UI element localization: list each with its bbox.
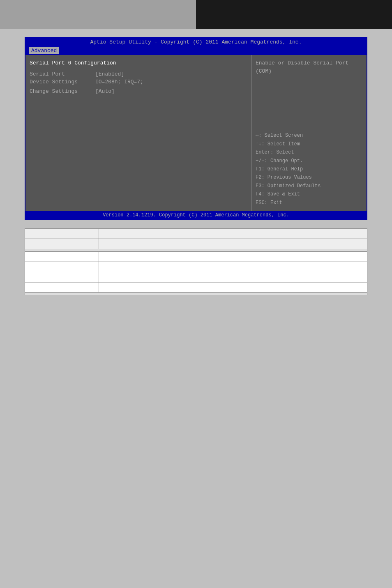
table-row [25,293,367,295]
header-left [0,0,196,29]
key-f4: F4: Save & Exit [256,190,362,198]
bios-label-device-settings: Device Settings [30,79,95,85]
bios-left-panel: Serial Port 6 Configuration Serial Port … [25,55,251,211]
table-row [25,272,367,283]
key-enter: Enter: Select [256,148,362,156]
table-cell [99,229,181,239]
bios-key-legend: ↔: Select Screen ↑↓: Select Item Enter: … [256,131,362,207]
bios-row-device-settings: Device Settings IO=208h; IRQ=7; [30,79,247,85]
table-row [25,229,367,239]
bios-menu-bar[interactable]: Advanced [25,46,367,55]
info-table [25,228,367,295]
key-esc: ESC: Exit [256,199,362,207]
table-cell [99,252,181,262]
table-cell [181,239,367,249]
table-cell [25,283,99,293]
table-cell [99,262,181,272]
bios-right-panel: Enable or Disable Serial Port(COM) ↔: Se… [251,55,367,211]
table-spacer [25,293,367,295]
table-cell [181,252,367,262]
table-cell [25,272,99,283]
bios-title: Aptio Setup Utility - Copyright (C) 2011… [90,39,302,45]
key-change-opt: +/-: Change Opt. [256,157,362,165]
table-cell [99,272,181,283]
bios-title-bar: Aptio Setup Utility - Copyright (C) 2011… [25,38,367,46]
key-f1: F1: General Help [256,165,362,173]
bios-footer: Version 2.14.1219. Copyright (C) 2011 Am… [25,211,367,219]
key-f3: F3: Optimized Defaults [256,182,362,190]
key-f2: F2: Previous Values [256,173,362,181]
bios-section-title: Serial Port 6 Configuration [30,60,247,66]
table-cell [181,262,367,272]
table-cell [181,229,367,239]
top-header [0,0,392,29]
table-cell [25,239,99,249]
bios-screen: Aptio Setup Utility - Copyright (C) 2011… [25,37,367,220]
table-cell [25,262,99,272]
bios-label-serial-port: Serial Port [30,71,95,77]
table-row [25,283,367,293]
key-select-item: ↑↓: Select Item [256,140,362,148]
bios-divider [256,127,362,127]
header-right [196,0,392,29]
bios-row-serial-port[interactable]: Serial Port [Enabled] [30,71,247,77]
bios-footer-text: Version 2.14.1219. Copyright (C) 2011 Am… [103,212,289,218]
table-cell [99,283,181,293]
table-cell [181,272,367,283]
bios-value-change-settings: [Auto] [95,88,115,94]
key-select-screen: ↔: Select Screen [256,131,362,140]
table-row [25,239,367,249]
info-table-container [25,228,367,295]
bios-content: Serial Port 6 Configuration Serial Port … [25,55,367,211]
page-footer [25,569,367,572]
table-cell [99,239,181,249]
table-row [25,262,367,272]
bios-value-device-settings: IO=208h; IRQ=7; [95,79,143,85]
table-cell [25,252,99,262]
bios-row-change-settings[interactable]: Change Settings [Auto] [30,88,247,94]
bios-menu-advanced[interactable]: Advanced [29,47,59,54]
table-row [25,252,367,262]
table-cell [25,229,99,239]
table-cell [181,283,367,293]
bios-value-serial-port: [Enabled] [95,71,124,77]
bios-help-text: Enable or Disable Serial Port(COM) [256,59,362,123]
bios-label-change-settings: Change Settings [30,88,95,94]
